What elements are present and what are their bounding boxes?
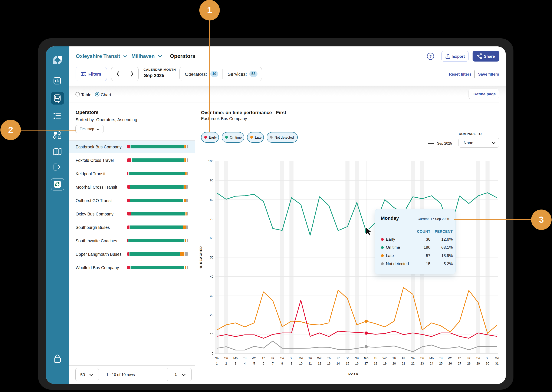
svg-text:29: 29 [476,362,480,365]
svg-text:21: 21 [402,362,405,365]
svg-text:Fr: Fr [337,357,340,360]
svg-text:27: 27 [458,362,461,365]
svg-text:4: 4 [244,362,245,365]
svg-text:We: We [252,357,257,360]
svg-text:Sa: Sa [280,357,284,360]
svg-text:We: We [317,357,322,360]
svg-text:Sa: Sa [215,357,219,360]
svg-text:Tu: Tu [308,357,312,360]
svg-text:19: 19 [383,362,386,365]
svg-text:Su: Su [224,357,228,360]
svg-text:Mo: Mo [364,357,368,360]
svg-text:DAYS: DAYS [348,372,359,375]
svg-text:5: 5 [253,362,255,365]
svg-text:Mo: Mo [299,357,303,360]
svg-text:Su: Su [355,357,359,360]
svg-text:Su: Su [486,357,489,360]
svg-text:30: 30 [210,294,213,297]
svg-text:8: 8 [281,362,283,365]
svg-text:40: 40 [210,275,213,278]
svg-text:13: 13 [327,362,330,365]
svg-text:100: 100 [208,160,213,163]
svg-text:Tu: Tu [243,357,246,360]
svg-text:Th: Th [327,357,331,360]
svg-text:Fr: Fr [402,357,405,360]
svg-text:12: 12 [318,362,321,365]
svg-text:28: 28 [467,362,470,365]
svg-text:9: 9 [291,362,292,365]
svg-text:90: 90 [210,179,213,182]
svg-text:30: 30 [486,362,489,365]
svg-text:20: 20 [392,362,396,365]
svg-text:18: 18 [374,362,377,365]
svg-text:Tu: Tu [439,357,442,360]
svg-text:Su: Su [290,357,293,360]
svg-text:31: 31 [495,362,499,365]
svg-text:60: 60 [210,236,213,240]
svg-text:7: 7 [272,362,274,365]
svg-text:80: 80 [210,198,213,201]
svg-text:Sa: Sa [476,357,480,360]
svg-text:Mo: Mo [233,357,238,360]
svg-text:16: 16 [355,362,358,365]
svg-text:15: 15 [346,362,349,365]
svg-text:6: 6 [263,362,264,365]
svg-text:Sep 2025: Sep 2025 [437,141,452,145]
svg-text:Fr: Fr [468,357,470,360]
svg-text:We: We [448,357,453,360]
svg-text:50: 50 [210,256,213,259]
svg-text:20: 20 [210,313,213,317]
svg-text:Mo: Mo [495,357,499,360]
svg-text:10: 10 [299,362,302,365]
svg-text:24: 24 [430,362,433,365]
svg-text:25: 25 [439,362,442,365]
svg-text:Th: Th [262,357,265,360]
svg-text:Mo: Mo [429,357,433,360]
svg-text:3: 3 [235,362,236,365]
svg-text:2: 2 [225,362,227,365]
svg-text:Sa: Sa [346,357,350,360]
svg-text:10: 10 [210,333,213,336]
svg-text:23: 23 [420,362,424,365]
svg-text:Sa: Sa [411,357,415,360]
svg-text:0: 0 [212,352,213,355]
svg-text:We: We [383,357,387,360]
svg-text:Th: Th [392,357,396,360]
svg-text:26: 26 [448,362,452,365]
svg-text:Su: Su [420,357,424,360]
svg-text:Fr: Fr [271,357,274,360]
svg-text:17: 17 [364,362,368,365]
svg-text:11: 11 [308,362,312,365]
svg-text:70: 70 [210,217,213,221]
svg-text:14: 14 [336,362,340,365]
svg-text:% REACHED: % REACHED [199,246,203,268]
svg-text:Tu: Tu [374,357,377,360]
svg-text:Th: Th [458,357,461,360]
svg-text:22: 22 [411,362,414,365]
svg-text:1: 1 [216,362,218,365]
